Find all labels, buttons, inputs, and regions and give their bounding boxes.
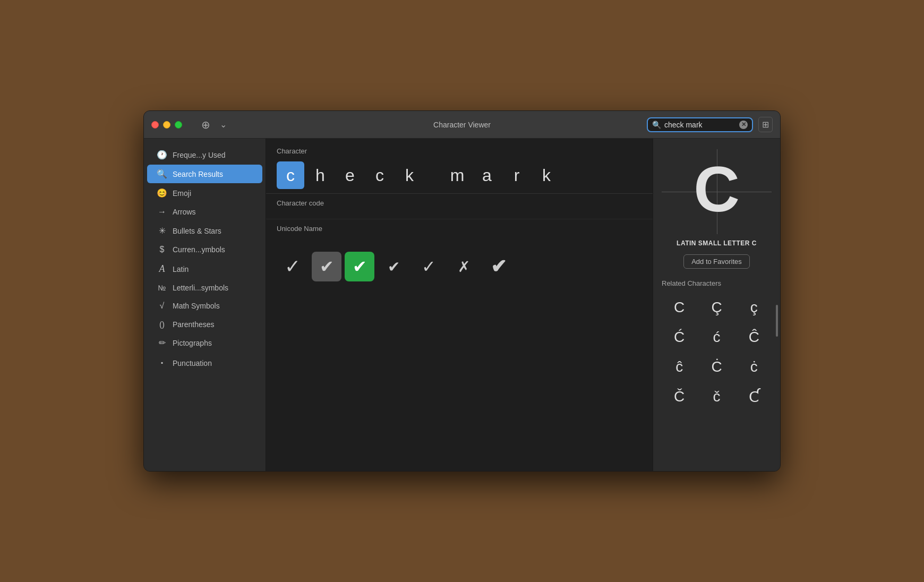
char-letter-e[interactable]: e — [336, 161, 364, 189]
character-section-title: Character — [277, 147, 642, 155]
arrow-icon: → — [157, 207, 167, 217]
char-letter-k[interactable]: k — [396, 161, 423, 189]
sidebar-item-frequently-used[interactable]: 🕐 Freque...y Used — [147, 146, 262, 164]
char-letter-space — [425, 161, 441, 189]
related-char-Cacute[interactable]: Ć — [662, 323, 697, 351]
sidebar-item-search-results[interactable]: 🔍 Search Results — [147, 165, 262, 183]
clock-icon: 🕐 — [157, 150, 167, 160]
titlebar: ⊕ ⌄ Character Viewer 🔍 ✕ ⊞ — [144, 111, 780, 139]
maximize-button[interactable] — [175, 121, 182, 129]
search-icon: 🔍 — [652, 121, 661, 129]
cross-mark[interactable]: ✗ — [448, 251, 480, 283]
checkmark-small[interactable]: ✔ — [378, 251, 409, 283]
related-char-Ccircumflex[interactable]: Ĉ — [737, 323, 772, 351]
checkmark-green[interactable]: ✔ — [345, 252, 374, 281]
character-viewer-window: ⊕ ⌄ Character Viewer 🔍 ✕ ⊞ 🕐 Freque...y … — [143, 110, 781, 472]
sidebar-item-emoji[interactable]: 😊 Emoji — [147, 184, 262, 202]
char-name-label: LATIN SMALL LETTER C — [677, 239, 757, 247]
related-char-Chook[interactable]: Ƈ — [737, 383, 772, 410]
sidebar-item-label: Curren...ymbols — [173, 245, 225, 254]
sidebar-item-parentheses[interactable]: () Parentheses — [147, 315, 262, 333]
big-char-container: C — [662, 149, 772, 234]
parentheses-icon: () — [157, 320, 167, 329]
char-letter-c[interactable]: c — [277, 161, 304, 189]
unicode-name-label: Unicode Name — [277, 225, 642, 233]
sidebar-item-label: Emoji — [173, 189, 191, 198]
titlebar-right: 🔍 ✕ ⊞ — [647, 117, 773, 132]
emoji-icon: 😊 — [157, 188, 167, 198]
char-letter-h[interactable]: h — [306, 161, 334, 189]
checkmark-bold[interactable]: ✔ — [483, 251, 515, 283]
sidebar-item-letterlike[interactable]: № Letterli...symbols — [147, 279, 262, 296]
sidebar-item-punctuation[interactable]: · Punctuation — [147, 353, 262, 373]
sidebar-item-label: Math Symbols — [173, 302, 220, 310]
window-title: Character Viewer — [433, 121, 491, 129]
related-char-cacute[interactable]: ć — [699, 323, 734, 351]
related-char-ccaron[interactable]: č — [699, 383, 734, 410]
char-code-section: Character code — [266, 194, 653, 219]
big-char-display: C — [694, 157, 740, 221]
close-button[interactable] — [151, 121, 159, 129]
dropdown-chevron-button[interactable]: ⌄ — [217, 117, 230, 132]
search-clear-button[interactable]: ✕ — [739, 121, 748, 129]
unicode-name-section: Unicode Name — [266, 219, 653, 244]
right-panel: C LATIN SMALL LETTER C Add to Favorites … — [653, 139, 780, 471]
checkmark-thin[interactable]: ✓ — [413, 251, 444, 283]
related-char-Cdot[interactable]: Ċ — [699, 353, 734, 381]
titlebar-controls: ⊕ ⌄ — [182, 117, 230, 132]
related-char-ccedilla[interactable]: ç — [737, 294, 772, 321]
scrollbar[interactable] — [776, 305, 778, 337]
related-char-Ccedilla[interactable]: Ç — [699, 294, 734, 321]
search-bar: 🔍 ✕ — [647, 117, 753, 132]
search-input[interactable] — [664, 121, 736, 129]
related-characters-title: Related Characters — [662, 279, 721, 287]
center-panel: Character c h e c k m a r k Character co… — [266, 139, 653, 471]
center-header: Character c h e c k m a r k — [266, 139, 653, 194]
sidebar-item-currency[interactable]: $ Curren...ymbols — [147, 241, 262, 259]
related-char-Ccaron[interactable]: Č — [662, 383, 697, 410]
sidebar-item-label: Letterli...symbols — [173, 284, 228, 292]
sidebar-item-math[interactable]: √ Math Symbols — [147, 297, 262, 315]
checkmark-gray[interactable]: ✔ — [312, 252, 341, 281]
sidebar-item-latin[interactable]: A Latin — [147, 259, 262, 279]
sidebar-item-bullets-stars[interactable]: ✳ Bullets & Stars — [147, 221, 262, 240]
currency-icon: $ — [157, 245, 167, 254]
char-letter-m[interactable]: m — [443, 161, 471, 189]
char-letters: c h e c k m a r k — [277, 161, 642, 189]
related-chars-grid: C Ç ç Ć ć Ĉ ĉ Ċ ċ Č č Ƈ — [662, 294, 772, 410]
sidebar-item-label: Punctuation — [173, 359, 212, 367]
related-char-cdot[interactable]: ċ — [737, 353, 772, 381]
star-icon: ✳ — [157, 226, 167, 236]
char-letter-c2[interactable]: c — [366, 161, 393, 189]
sidebar-item-pictographs[interactable]: ✏ Pictographs — [147, 333, 262, 352]
sidebar-item-label: Arrows — [173, 208, 196, 216]
sidebar-item-label: Parentheses — [173, 320, 215, 329]
math-icon: √ — [157, 301, 167, 311]
sidebar-item-arrows[interactable]: → Arrows — [147, 203, 262, 221]
related-char-ccircumflex[interactable]: ĉ — [662, 353, 697, 381]
pictograph-icon: ✏ — [157, 338, 167, 348]
sidebar-item-label: Search Results — [173, 170, 223, 178]
punctuation-icon: · — [157, 357, 167, 369]
checkmark-grid: ✓ ✔ ✔ ✔ ✓ ✗ ✔ — [266, 244, 653, 289]
search-icon: 🔍 — [157, 169, 167, 179]
sidebar: 🕐 Freque...y Used 🔍 Search Results 😊 Emo… — [144, 139, 266, 471]
main-content: 🕐 Freque...y Used 🔍 Search Results 😊 Emo… — [144, 139, 780, 471]
latin-icon: A — [157, 263, 167, 275]
traffic-lights — [151, 121, 182, 129]
sidebar-item-label: Bullets & Stars — [173, 227, 221, 235]
minimize-button[interactable] — [163, 121, 170, 129]
char-code-label: Character code — [277, 199, 642, 207]
view-toggle-button[interactable]: ⊞ — [758, 117, 773, 132]
related-char-C[interactable]: C — [662, 294, 697, 321]
char-letter-k2[interactable]: k — [533, 161, 560, 189]
sidebar-item-label: Pictographs — [173, 339, 212, 347]
add-favorites-button[interactable]: Add to Favorites — [683, 254, 750, 269]
sidebar-item-label: Freque...y Used — [173, 151, 226, 159]
sidebar-item-label: Latin — [173, 265, 189, 273]
checkmark-plain[interactable]: ✓ — [277, 251, 309, 283]
char-letter-r[interactable]: r — [503, 161, 531, 189]
more-options-button[interactable]: ⊕ — [198, 117, 213, 132]
letterlike-icon: № — [157, 284, 167, 292]
char-letter-a[interactable]: a — [473, 161, 501, 189]
